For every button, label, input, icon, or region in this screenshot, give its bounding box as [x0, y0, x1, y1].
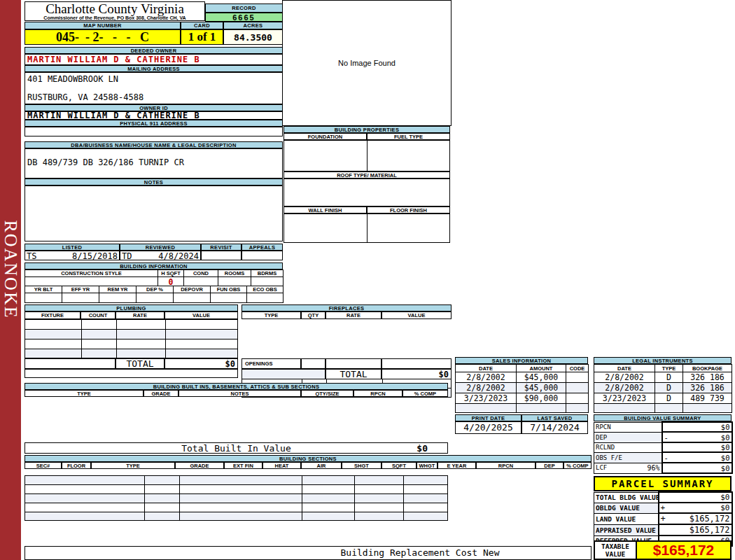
legal-date — [594, 404, 655, 413]
bdrms-label: BDRMS — [251, 270, 284, 277]
legal-row: 3/23/2023 D 489 739 — [594, 393, 732, 404]
sales-date: 2/8/2002 — [456, 383, 517, 393]
bs-comp-label: % COMP — [564, 462, 592, 469]
eff-yr-label: EFF YR — [62, 286, 99, 293]
deeded-owner-value: MARTIN WILLIAM D & CATHERINE B — [24, 54, 283, 65]
column-divider — [144, 476, 145, 520]
bvs-row: LCF96% $0 — [594, 463, 732, 473]
bvs-label: RCLND — [596, 444, 615, 451]
built-ins-rpcn-label: RPCN — [354, 390, 402, 397]
sidebar-band: ROANOKE — [0, 0, 21, 560]
building-info-table-2: YR BLT EFF YR REM YR DEP % DEPOVR FUN OB… — [24, 286, 283, 302]
construction-style-label: CONSTRUCTION STYLE — [25, 270, 158, 277]
foundation-fuel-area — [284, 140, 450, 172]
built-ins-total-label: Total Built In Value — [181, 443, 291, 454]
legal-type-label: TYPE — [655, 365, 683, 372]
print-date-value: 4/20/2025 — [455, 421, 522, 434]
mailing-line1: 401 MEADOWBROOK LN — [27, 74, 280, 84]
built-ins-total-value: $0 — [416, 443, 428, 454]
fun-obs-label: FUN OBS — [211, 286, 247, 293]
revisit-cell — [201, 251, 241, 260]
legal-type: D — [655, 372, 683, 383]
plumbing-total-row: TOTAL $0 — [24, 358, 238, 369]
bs-whgt-label: WHGT — [416, 462, 438, 469]
print-value-row: 4/20/2025 7/14/2024 — [455, 421, 588, 434]
plumbing-empty-rows — [24, 319, 238, 358]
sales-amount-label: AMOUNT — [517, 365, 566, 372]
listed-cell: TS 8/15/2018 — [24, 251, 120, 260]
parcel-label: OBLDG VALUE — [594, 503, 659, 513]
parcel-row: APPRAISED VALUE $165,172 — [594, 524, 732, 536]
mailing-address-label: MAILING ADDRESS — [24, 65, 283, 72]
wall-floor-area — [284, 214, 450, 243]
bvs-row: RCLND $0 — [594, 442, 732, 452]
rooms-label: ROOMS — [218, 270, 251, 277]
bvs-value: $0 — [721, 443, 730, 451]
bvs-value: $0 — [721, 464, 730, 472]
legal-date: 2/8/2002 — [594, 383, 655, 393]
legal-date: 2/8/2002 — [594, 372, 655, 383]
sales-date-label: DATE — [456, 365, 517, 372]
commissioner-line: Commissioner of the Revenue, PO Box 308,… — [25, 15, 204, 20]
legal-instruments-title: LEGAL INSTRUMENTS — [594, 357, 732, 364]
fireplaces-total-spacer — [241, 369, 326, 379]
bs-eyear-label: E YEAR — [438, 462, 476, 469]
bvs-label: DEP — [596, 434, 607, 441]
bvs-value: $0 — [721, 433, 730, 442]
bvs-value: $0 — [721, 454, 730, 462]
plumbing-title: PLUMBING — [24, 304, 238, 312]
legal-date-label: DATE — [594, 365, 655, 372]
building-properties-row3: WALL FINISH FLOOR FINISH — [284, 206, 450, 214]
fireplaces-total-value: $0 — [382, 369, 451, 379]
record-label: RECORD — [205, 4, 283, 13]
bvs-op: - — [664, 454, 674, 462]
floor-finish-label: FLOOR FINISH — [367, 206, 450, 214]
sales-code — [566, 372, 589, 383]
fireplaces-openings-value — [382, 358, 451, 369]
review-header-row: LISTED REVIEWED REVISIT APPEALS — [24, 244, 283, 251]
sales-row: 3/23/2023 $90,000 — [456, 393, 589, 404]
h-sqft-label: H SQFT — [158, 270, 184, 277]
fireplaces-qty-label: QTY — [301, 312, 326, 319]
reviewed-by: TD — [122, 251, 132, 260]
built-ins-grade-label: GRADE — [144, 390, 178, 397]
bvs-value: $0 — [721, 423, 730, 431]
column-divider — [179, 476, 180, 520]
fireplaces-openings-row: OPENINGS — [241, 358, 451, 369]
reviewed-date: 4/8/2024 — [158, 251, 199, 260]
column-divider — [116, 320, 117, 358]
card-label: CARD — [181, 22, 223, 29]
no-image-text: No Image Found — [338, 59, 396, 67]
building-information-title: BUILDING INFORMATION — [24, 262, 283, 270]
column-divider — [367, 214, 368, 242]
built-ins-notes-label: NOTES — [178, 390, 301, 397]
parcel-label: LAND VALUE — [594, 513, 659, 524]
plumbing-count-label: COUNT — [80, 312, 115, 319]
cond-label: COND — [184, 270, 218, 277]
plumbing-total-value: $0 — [164, 358, 238, 369]
listed-by: TS — [27, 251, 36, 260]
fireplaces-title: FIREPLACES — [241, 304, 451, 312]
sales-amount — [517, 404, 566, 413]
eff-yr-value — [62, 293, 99, 303]
column-divider — [81, 320, 82, 358]
print-header-row: PRINT DATE LAST SAVED — [455, 414, 588, 421]
building-sections-header-row: SEC# FLOOR TYPE GRADE EXT FIN HEAT AIR S… — [24, 462, 592, 469]
review-value-row: TS 8/15/2018 TD 4/8/2024 — [24, 251, 283, 260]
sales-amount: $45,000 — [517, 372, 566, 383]
sales-table: DATE AMOUNT CODE 2/8/2002 $45,000 2/8/20… — [455, 364, 588, 410]
bs-grade-label: GRADE — [175, 462, 224, 469]
map-number-value: 045- - 2- - - C — [24, 29, 181, 45]
card-value: 1 of 1 — [181, 29, 223, 45]
notes-label: NOTES — [24, 178, 283, 186]
sales-code — [566, 404, 589, 413]
appeals-label: APPEALS — [241, 244, 283, 251]
fireplaces-openings-rate — [326, 358, 382, 369]
plumbing-value-label: VALUE — [164, 312, 238, 319]
print-date-label: PRINT DATE — [455, 414, 522, 421]
column-divider — [354, 476, 355, 520]
bs-dep-label: DEP — [536, 462, 564, 469]
image-panel: No Image Found — [282, 0, 451, 126]
reviewed-label: REVIEWED — [120, 244, 201, 251]
bvs-row: DEP -$0 — [594, 432, 732, 442]
